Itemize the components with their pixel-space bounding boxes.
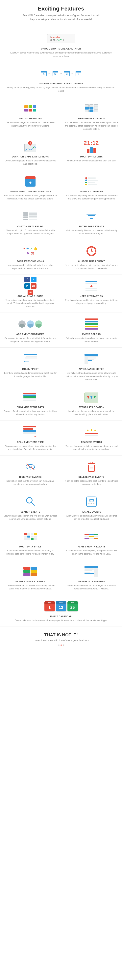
- appearance-icon: [85, 354, 98, 364]
- rep-cal-header2: [53, 71, 58, 73]
- footer-title: THAT IS NOT IT!: [4, 632, 118, 638]
- search-svg: [26, 496, 35, 506]
- day-bar-3: [93, 148, 96, 153]
- features-grid: UNLIMITED IMAGES Set unlimited images fo…: [0, 97, 122, 595]
- expand-icon: [85, 104, 98, 112]
- span-arrow: →|: [33, 434, 37, 438]
- feature-title-eventslocation: EVENTS AT LOCATION: [79, 406, 104, 409]
- feature-title-addcal: ADD EVENTS TO USER CALENDARS: [10, 190, 51, 193]
- dc-1: [24, 533, 27, 535]
- app-line-4: [88, 360, 92, 361]
- feature-desc-interaction: Events can be opened to slide down, mana…: [65, 299, 119, 305]
- et-1: [23, 567, 30, 570]
- data-col-2: [27, 533, 30, 540]
- header: Exciting Features EventON Calendar comes…: [0, 0, 122, 27]
- expand-icon-area: [82, 102, 100, 115]
- feature-title-organizer: ADD EVENT ORGANIZER: [16, 333, 45, 335]
- span-icon-area: →|: [21, 425, 39, 439]
- cal-icon-body: +: [25, 179, 35, 186]
- cat-label-2: [88, 180, 98, 181]
- meta-input-3: [29, 216, 37, 218]
- feature-title-multidata: MULTI DATA TYPES: [19, 546, 42, 548]
- feature-title-filter: FILTER SORT EVENTS: [79, 225, 104, 228]
- meta-label-4: [23, 219, 28, 220]
- img-cell-2: [29, 105, 32, 108]
- cal-1: JAN 1: [45, 601, 55, 611]
- facebook-icon: f: [24, 277, 30, 282]
- wp-line-2: [85, 570, 92, 571]
- feature-title-appearance: APPEARANCE EDITOR: [79, 368, 104, 370]
- et-3: [23, 570, 30, 573]
- et-row-2: [23, 570, 37, 573]
- feature-title-featured: FEATURE EVENTS: [81, 441, 102, 443]
- hover-pointer: [90, 285, 93, 287]
- et-row-1: [23, 567, 37, 570]
- span-row-3: [23, 430, 36, 432]
- feature-addcal: 17 + ADD EVENTS TO USER CALENDARS Your v…: [0, 170, 61, 205]
- expand-cell-8: [94, 107, 98, 110]
- filter-line-2: [88, 215, 95, 216]
- eye-svg: [26, 463, 35, 471]
- dc-6: [27, 538, 30, 540]
- feature-ics: ICS export ICS ALL EVENTS Allow viewers …: [61, 490, 122, 525]
- eventslocation-icon-area: [82, 390, 100, 404]
- footer-sub: ... eventon comes with ton of more great…: [4, 639, 118, 642]
- hover-bar-1: [85, 281, 97, 282]
- feature-title-span: SPAN EVENT END TIME: [17, 441, 44, 443]
- featured-bar-1: [85, 433, 98, 434]
- cal-header-2: FEB: [56, 601, 66, 604]
- trash-handle: [90, 462, 93, 463]
- elmap-pin-head-3: [93, 395, 96, 398]
- et-5: [23, 573, 30, 576]
- fa-star: ★: [26, 247, 29, 251]
- cat-label-3: [88, 182, 95, 183]
- rep-cal-body3: M: [64, 73, 69, 76]
- meta-input-1: [29, 212, 37, 214]
- org-body-2: [27, 324, 33, 328]
- expand-col-3: [94, 104, 98, 112]
- org-bar-4: [23, 398, 36, 399]
- feature-organize: ORGANIZE EVENT DATA Support of major soc…: [0, 386, 61, 421]
- app-line-2: [88, 358, 96, 358]
- yc-6: [94, 536, 98, 537]
- google-icon: g+: [31, 283, 37, 289]
- rtl-line-3: [25, 358, 37, 358]
- feature-clock: CUSTOM TIME FORMAT You can easily change…: [61, 240, 122, 275]
- organizer-icon: [18, 320, 42, 328]
- feature-title-location: LOCATION MAPS & DIRECTIONS: [12, 156, 49, 158]
- year-row-2: [85, 536, 98, 537]
- clock-svg: [87, 247, 96, 256]
- color-bar-blue: [85, 321, 98, 323]
- feature-meta: CUSTOM META FIELDS You can add upto 10 c…: [0, 205, 61, 240]
- meta-label-2: [23, 214, 28, 216]
- org-avatar-1: [18, 320, 26, 328]
- rtl-arrow-symbol: ⟵: [24, 359, 29, 363]
- repeating-icon-area: D → W → M → Y: [52, 67, 70, 80]
- yc-2: [89, 534, 94, 535]
- feature-title-ics: ICS ALL EVENTS: [82, 511, 101, 513]
- elmap-pins: [87, 396, 96, 399]
- meta-label-1: [23, 212, 28, 214]
- color-bar-yellow: [85, 326, 98, 327]
- fa-flag: ⚑: [27, 251, 29, 255]
- map-pin-head-wrap: [28, 141, 32, 145]
- rep-cal-1: D: [41, 71, 47, 76]
- feature-wpwidgets: WP WIDGETS SUPPORT Add eventon calendar …: [61, 560, 122, 595]
- colors-icon-area: [82, 317, 100, 331]
- appearance-icon-area: [82, 352, 100, 366]
- cat-row-1: [85, 177, 98, 179]
- trash-line-3: [90, 469, 93, 469]
- rtl-line-1: [24, 354, 37, 355]
- shortcode-icon-area: [eventon lang="en"]: [52, 32, 70, 46]
- elmap-bg: [85, 393, 98, 402]
- cal-header-1: JAN: [45, 601, 55, 604]
- feature-title-organize: ORGANIZE EVENT DATA: [17, 406, 44, 409]
- feature-title-images: UNLIMITED IMAGES: [19, 117, 42, 119]
- feature-title-interaction: USER INTERACTION: [80, 295, 103, 297]
- feature-desc-yearmonth: Collect year and month quickly using eve…: [65, 549, 119, 555]
- ics-icon: ICS export: [86, 496, 96, 507]
- yc-7: [85, 538, 89, 539]
- expand-cell-3: [85, 110, 89, 112]
- feature-appearance: APPEARANCE EDITOR Our fully illustrated …: [61, 348, 122, 386]
- page-container: Exciting Features EventON Calendar comes…: [0, 0, 122, 650]
